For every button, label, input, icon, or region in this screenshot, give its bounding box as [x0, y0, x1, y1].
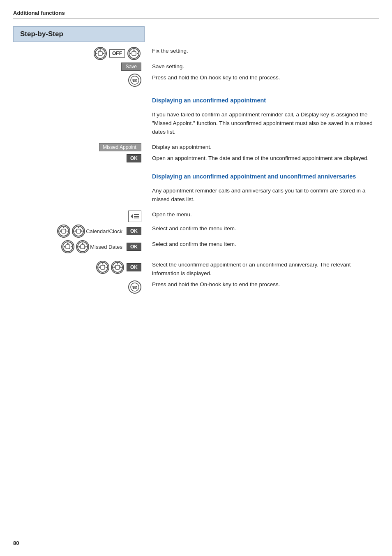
section-1-body-text: If you have failed to confirm an appoint…	[152, 111, 379, 137]
section-1-item-2: OK Open an appointment. The date and tim…	[13, 154, 379, 163]
section-1-body: If you have failed to confirm an appoint…	[145, 111, 379, 141]
section-1-heading: Displaying an unconfirmed appointment	[152, 96, 379, 105]
additional-functions-header: Additional functions	[13, 10, 379, 19]
section-2-item-1-desc: Open the menu.	[145, 211, 379, 219]
section-2-item-3-icon: Missed Dates OK	[13, 240, 145, 253]
row-save-icon: Save	[13, 63, 145, 71]
off-button[interactable]: OFF	[109, 49, 125, 58]
section-2-item-4-desc: Select the unconfirmed appointment or an…	[145, 261, 379, 278]
section-2-item-5-icon: ☎	[13, 280, 145, 294]
row-onhook-1: ☎ Press and hold the On-hook key to end …	[13, 74, 379, 87]
section-2-body-text: Any appointment reminder calls and anniv…	[152, 187, 379, 204]
section-1-title: Displaying an unconfirmed appointment	[145, 94, 379, 108]
save-button[interactable]: Save	[121, 63, 141, 71]
calendar-clock-label: Calendar/Clock	[86, 228, 122, 234]
section-2-title: Displaying an unconfirmed appointment an…	[145, 170, 379, 184]
section-2-item-5-desc: Press and hold the On-hook key to end th…	[145, 280, 379, 289]
svg-text:☎: ☎	[132, 285, 138, 290]
ok-button-1[interactable]: OK	[127, 154, 141, 162]
page-number: 80	[13, 540, 19, 546]
row-save-desc: Save setting.	[145, 63, 379, 71]
row-onhook-1-icon: ☎	[13, 74, 145, 87]
nav-icon-missed-1	[61, 240, 74, 253]
content-area: Step-by-Step	[13, 26, 379, 47]
section-1-body-row: If you have failed to confirm an appoint…	[13, 111, 379, 141]
svg-text:☎: ☎	[132, 78, 138, 83]
row-save-setting: Save Save setting.	[13, 63, 379, 71]
step-by-step-box: Step-by-Step	[13, 26, 145, 42]
section-2-item-4: OK Select the unconfirmed appointment or…	[13, 261, 379, 278]
section-2-item-4-icon: OK	[13, 261, 145, 274]
section-2-item-5: ☎ Press and hold the On-hook key to end …	[13, 280, 379, 294]
section-2-item-3-desc: Select and confirm the menu item.	[145, 240, 379, 249]
section-1-item-1: Missed Appoint. Display an appointment.	[13, 143, 379, 152]
left-column: Step-by-Step	[13, 26, 145, 47]
section-2-item-2: Calendar/Clock OK Select and confirm the…	[13, 225, 379, 238]
right-column-top	[145, 26, 379, 47]
nav-icon-sel-2	[111, 261, 124, 274]
section-1-title-row: Displaying an unconfirmed appointment	[13, 94, 379, 108]
menu-icon	[128, 211, 141, 222]
section-2-item-1-icon	[13, 211, 145, 222]
nav-icon-left-1	[94, 47, 107, 60]
section-1-item-1-desc: Display an appointment.	[145, 143, 379, 152]
page-container: Additional functions Step-by-Step	[0, 0, 392, 309]
section-2-item-2-desc: Select and confirm the menu item.	[145, 225, 379, 233]
row-fix-setting: OFF Fix the setting.	[13, 47, 379, 60]
onhook-icon-1: ☎	[128, 74, 141, 87]
section-1-item-2-icon: OK	[13, 154, 145, 162]
section-2-item-2-icon: Calendar/Clock OK	[13, 225, 145, 238]
nav-icon-right-1	[127, 47, 141, 60]
ok-button-sel[interactable]: OK	[127, 263, 141, 271]
ok-button-missed[interactable]: OK	[127, 243, 141, 251]
section-2-title-row: Displaying an unconfirmed appointment an…	[13, 170, 379, 184]
nav-icon-missed-2	[76, 240, 89, 253]
section-2-body-row: Any appointment reminder calls and anniv…	[13, 187, 379, 208]
onhook-icon-2: ☎	[128, 280, 141, 294]
ok-button-cal[interactable]: OK	[127, 227, 141, 235]
section-2-item-3: Missed Dates OK Select and confirm the m…	[13, 240, 379, 253]
nav-icon-sel-1	[96, 261, 109, 274]
row-fix-setting-desc: Fix the setting.	[145, 47, 379, 56]
row-fix-setting-icon: OFF	[13, 47, 145, 60]
nav-icon-cal-1	[57, 225, 70, 238]
section-2-body: Any appointment reminder calls and anniv…	[145, 187, 379, 208]
section-2-item-1: Open the menu.	[13, 211, 379, 222]
missed-appoint-button[interactable]: Missed Appoint.	[99, 143, 141, 151]
svg-marker-12	[131, 214, 133, 219]
missed-dates-label: Missed Dates	[90, 244, 122, 250]
nav-icon-cal-2	[72, 225, 85, 238]
section-1-item-1-icon: Missed Appoint.	[13, 143, 145, 151]
section-1-item-2-desc: Open an appointment. The date and time o…	[145, 154, 379, 163]
section-2-heading: Displaying an unconfirmed appointment an…	[152, 172, 379, 181]
row-onhook-1-desc: Press and hold the On-hook key to end th…	[145, 74, 379, 82]
